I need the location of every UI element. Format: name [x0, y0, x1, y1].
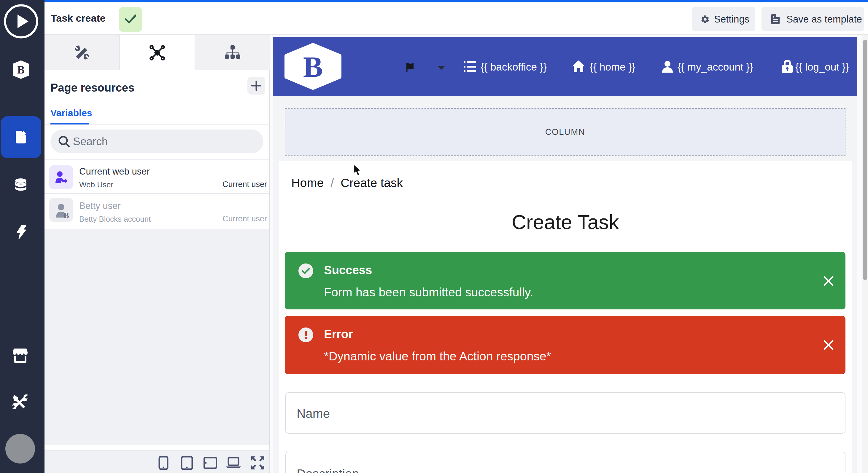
svg-text:B: B [63, 211, 69, 219]
svg-text:B: B [303, 50, 323, 83]
svg-text:B: B [17, 64, 25, 76]
